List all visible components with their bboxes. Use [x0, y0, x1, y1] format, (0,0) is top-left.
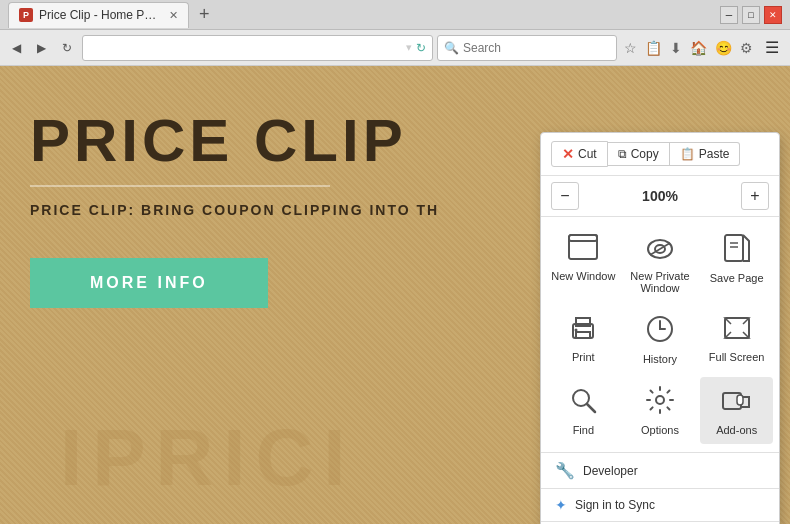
copy-button[interactable]: ⧉ Copy: [608, 142, 670, 166]
private-window-icon: [644, 233, 676, 266]
menu-addons[interactable]: Add-ons: [700, 377, 773, 444]
print-label: Print: [572, 351, 595, 363]
svg-rect-9: [576, 332, 590, 338]
maximize-button[interactable]: □: [742, 6, 760, 24]
history-icon: [645, 314, 675, 349]
zoom-level: 100%: [642, 188, 678, 204]
paste-label: Paste: [699, 147, 730, 161]
title-bar: P Price Clip - Home Page ✕ + ─ □ ✕: [0, 0, 790, 30]
tab-bar: P Price Clip - Home Page ✕ +: [8, 2, 216, 28]
nav-action-icons: ☆ 📋 ⬇ 🏠 😊 ⚙: [621, 38, 756, 58]
url-input[interactable]: [89, 41, 406, 55]
close-button[interactable]: ✕: [764, 6, 782, 24]
download-button[interactable]: ⬇: [667, 38, 685, 58]
svg-point-10: [575, 329, 578, 332]
title-divider: [30, 185, 330, 187]
menu-find[interactable]: Find: [547, 377, 620, 444]
new-window-label: New Window: [551, 270, 615, 282]
print-icon: [567, 314, 599, 347]
copy-label: Copy: [631, 147, 659, 161]
menu-icons-grid: New Window New Private Window: [541, 217, 779, 453]
full-screen-icon: [721, 314, 753, 347]
save-page-icon: [722, 233, 752, 268]
tab-title: Price Clip - Home Page: [39, 8, 159, 22]
sync-icon: ✦: [555, 497, 567, 513]
menu-options[interactable]: Options: [624, 377, 697, 444]
svg-rect-1: [569, 235, 597, 241]
search-input[interactable]: [463, 41, 573, 55]
addons-icon: [721, 385, 753, 420]
cut-copy-paste-row: ✕ Cut ⧉ Copy 📋 Paste: [541, 133, 779, 176]
full-screen-label: Full Screen: [709, 351, 765, 363]
svg-point-15: [656, 396, 664, 404]
nav-bar: ◀ ▶ ↻ ▾ ↻ 🔍 ☆ 📋 ⬇ 🏠 😊 ⚙ ☰: [0, 30, 790, 66]
developer-icon: 🔧: [555, 461, 575, 480]
bookmark-star-button[interactable]: ☆: [621, 38, 640, 58]
svg-rect-0: [569, 235, 597, 259]
svg-rect-17: [737, 395, 743, 405]
clipboard-actions: ✕ Cut ⧉ Copy 📋 Paste: [551, 141, 740, 167]
paste-icon: 📋: [680, 147, 695, 161]
addons-label: Add-ons: [716, 424, 757, 436]
back-button[interactable]: ◀: [6, 37, 27, 59]
search-bar: 🔍: [437, 35, 617, 61]
page-info-button[interactable]: 📋: [642, 38, 665, 58]
private-window-label: New Private Window: [630, 270, 689, 294]
paste-button[interactable]: 📋 Paste: [670, 142, 741, 166]
menu-history[interactable]: History: [624, 306, 697, 373]
menu-developer[interactable]: 🔧 Developer: [541, 453, 779, 489]
menu-full-screen[interactable]: Full Screen: [700, 306, 773, 373]
watermark-text: IPRICI: [60, 412, 356, 504]
sync-label: Sign in to Sync: [575, 498, 655, 512]
find-label: Find: [573, 424, 594, 436]
emoji-button[interactable]: 😊: [712, 38, 735, 58]
cut-button[interactable]: ✕ Cut: [551, 141, 608, 167]
options-icon: [645, 385, 675, 420]
new-tab-button[interactable]: +: [193, 4, 216, 25]
pocket-button[interactable]: ⚙: [737, 38, 756, 58]
menu-sign-in-sync[interactable]: ✦ Sign in to Sync: [541, 489, 779, 522]
menu-save-page[interactable]: Save Page: [700, 225, 773, 302]
copy-icon: ⧉: [618, 147, 627, 161]
zoom-row: − 100% +: [541, 176, 779, 217]
menu-new-window[interactable]: New Window: [547, 225, 620, 302]
url-bar-wrapper: ▾ ↻: [82, 35, 433, 61]
svg-rect-4: [725, 235, 743, 261]
menu-print[interactable]: Print: [547, 306, 620, 373]
svg-line-14: [587, 404, 595, 412]
more-info-button[interactable]: MORE INFO: [30, 258, 268, 308]
tab-close-button[interactable]: ✕: [169, 9, 178, 22]
tab-favicon: P: [19, 8, 33, 22]
window-controls: ─ □ ✕: [720, 6, 782, 24]
new-window-icon: [567, 233, 599, 266]
find-icon: [568, 385, 598, 420]
reload-button[interactable]: ↻: [56, 37, 78, 59]
zoom-out-button[interactable]: −: [551, 182, 579, 210]
history-label: History: [643, 353, 677, 365]
firefox-menu-panel: ✕ Cut ⧉ Copy 📋 Paste − 100% +: [540, 132, 780, 524]
options-label: Options: [641, 424, 679, 436]
save-page-label: Save Page: [710, 272, 764, 284]
developer-label: Developer: [583, 464, 638, 478]
browser-tab[interactable]: P Price Clip - Home Page ✕: [8, 2, 189, 28]
zoom-in-button[interactable]: +: [741, 182, 769, 210]
menu-button[interactable]: ☰: [760, 36, 784, 59]
home-button[interactable]: 🏠: [687, 38, 710, 58]
minimize-button[interactable]: ─: [720, 6, 738, 24]
cut-label: Cut: [578, 147, 597, 161]
page-content-area: PRICE CLIP PRICE CLIP: BRING COUPON CLIP…: [0, 66, 790, 524]
menu-private-window[interactable]: New Private Window: [624, 225, 697, 302]
cut-icon: ✕: [562, 146, 574, 162]
forward-button[interactable]: ▶: [31, 37, 52, 59]
